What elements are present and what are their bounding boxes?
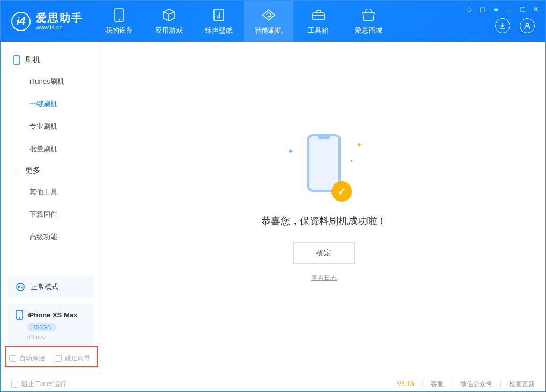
sidebar: 刷机 iTunes刷机 一键刷机 专业刷机 批量刷机 ≡ 更多 其他工具 下载固… [1, 42, 102, 375]
device-card[interactable]: iPhone XS Max 256GB iPhone [8, 304, 94, 346]
device-phone-icon [16, 310, 23, 320]
checkbox-icon [11, 381, 18, 388]
version-label: V8.16 [397, 380, 414, 388]
device-storage: 256GB [27, 323, 56, 331]
close-button[interactable]: ✕ [533, 5, 539, 13]
tab-label: 铃声壁纸 [205, 26, 233, 35]
sidebar-item-firmware[interactable]: 下载固件 [1, 203, 102, 226]
checkbox-icon [9, 355, 16, 362]
footer-link-update[interactable]: 检查更新 [509, 380, 535, 389]
sidebar-item-batch[interactable]: 批量刷机 [1, 138, 102, 160]
device-name: iPhone XS Max [27, 311, 77, 319]
cube-icon [161, 8, 176, 23]
tab-toolbox[interactable]: 工具箱 [293, 1, 343, 42]
tab-my-device[interactable]: 我的设备 [94, 1, 144, 42]
header-actions [495, 18, 535, 33]
view-log-link[interactable]: 查看日志 [311, 273, 337, 283]
tab-label: 应用游戏 [155, 26, 183, 35]
app-url: www.i4.cn [36, 24, 83, 31]
device-type: iPhone [27, 334, 87, 340]
checkbox-icon [55, 355, 62, 362]
svg-point-1 [118, 19, 120, 20]
svg-point-7 [18, 286, 20, 288]
tab-label: 智能刷机 [255, 26, 283, 35]
success-illustration: ✦ ✦ ✦ ✓ [276, 134, 372, 198]
success-message: 恭喜您，保资料刷机成功啦！ [261, 215, 387, 227]
shirt-icon[interactable]: ◇ [466, 5, 472, 13]
sidebar-item-other[interactable]: 其他工具 [1, 181, 102, 203]
minimize-button[interactable]: — [506, 5, 513, 13]
checkbox-label: 阻止iTunes运行 [21, 380, 67, 389]
section-label: 刷机 [25, 55, 40, 65]
checkbox-label: 跳过向导 [65, 354, 91, 363]
footer-link-wechat[interactable]: 微信公众号 [460, 380, 492, 389]
sidebar-item-advanced[interactable]: 高级功能 [1, 226, 102, 248]
svg-rect-3 [313, 13, 324, 20]
checkbox-label: 自动激活 [19, 354, 45, 363]
tab-ringtones[interactable]: 铃声壁纸 [194, 1, 244, 42]
sidebar-section-more: ≡ 更多 [1, 160, 102, 181]
list-icon: ≡ [12, 166, 21, 175]
svg-point-10 [19, 317, 20, 319]
mode-card[interactable]: 正常模式 [8, 276, 94, 298]
tab-label: 爱思商城 [355, 26, 382, 35]
nav-tabs: 我的设备 应用游戏 铃声壁纸 智能刷机 工具箱 [94, 1, 393, 42]
sidebar-item-pro[interactable]: 专业刷机 [1, 115, 102, 138]
toolbox-icon [311, 8, 326, 23]
svg-point-8 [21, 286, 23, 288]
lock-icon[interactable]: ◻ [479, 5, 486, 13]
window-controls: ◇ ◻ ≡ — □ ✕ [466, 5, 539, 13]
header: i4 爱思助手 www.i4.cn 我的设备 应用游戏 铃声壁纸 [1, 1, 545, 42]
music-icon [211, 8, 226, 23]
svg-point-4 [526, 24, 529, 26]
download-icon[interactable] [495, 18, 510, 33]
tab-apps[interactable]: 应用游戏 [144, 1, 194, 42]
checkbox-auto-activate[interactable]: 自动激活 [9, 354, 45, 363]
section-label: 更多 [25, 166, 40, 175]
mode-label: 正常模式 [31, 282, 58, 292]
tab-label: 工具箱 [308, 26, 329, 35]
sparkle-icon: ✦ [350, 159, 354, 163]
maximize-button[interactable]: □ [521, 5, 525, 13]
svg-rect-5 [13, 56, 20, 64]
footer-link-support[interactable]: 客服 [431, 380, 444, 389]
mode-icon [16, 282, 25, 292]
footer: 阻止iTunes运行 V8.16 | 客服 | 微信公众号 | 检查更新 [1, 375, 545, 392]
checkbox-row-highlighted: 自动激活 跳过向导 [5, 346, 98, 367]
phone-icon [12, 56, 21, 64]
app-title: 爱思助手 [36, 11, 83, 24]
confirm-button[interactable]: 确定 [293, 242, 355, 264]
refresh-icon [261, 8, 276, 23]
svg-rect-2 [214, 9, 224, 21]
tab-label: 我的设备 [105, 26, 133, 35]
sidebar-item-itunes[interactable]: iTunes刷机 [1, 70, 102, 93]
tab-flash[interactable]: 智能刷机 [244, 1, 293, 42]
shop-icon [361, 8, 376, 23]
checkbox-block-itunes[interactable]: 阻止iTunes运行 [11, 380, 67, 389]
logo-icon: i4 [11, 12, 31, 31]
check-badge-icon: ✓ [331, 181, 352, 202]
menu-icon[interactable]: ≡ [493, 5, 498, 13]
device-icon [112, 8, 127, 23]
sparkle-icon: ✦ [356, 140, 360, 145]
sidebar-section-flash: 刷机 [1, 50, 102, 70]
sparkle-icon: ✦ [287, 147, 292, 151]
logo: i4 爱思助手 www.i4.cn [1, 1, 94, 42]
main-content: ✦ ✦ ✦ ✓ 恭喜您，保资料刷机成功啦！ 确定 查看日志 [102, 42, 545, 375]
user-icon[interactable] [520, 18, 535, 33]
tab-shop[interactable]: 爱思商城 [343, 1, 393, 42]
checkbox-skip-guide[interactable]: 跳过向导 [55, 354, 91, 363]
sidebar-item-onekey[interactable]: 一键刷机 [1, 93, 102, 115]
